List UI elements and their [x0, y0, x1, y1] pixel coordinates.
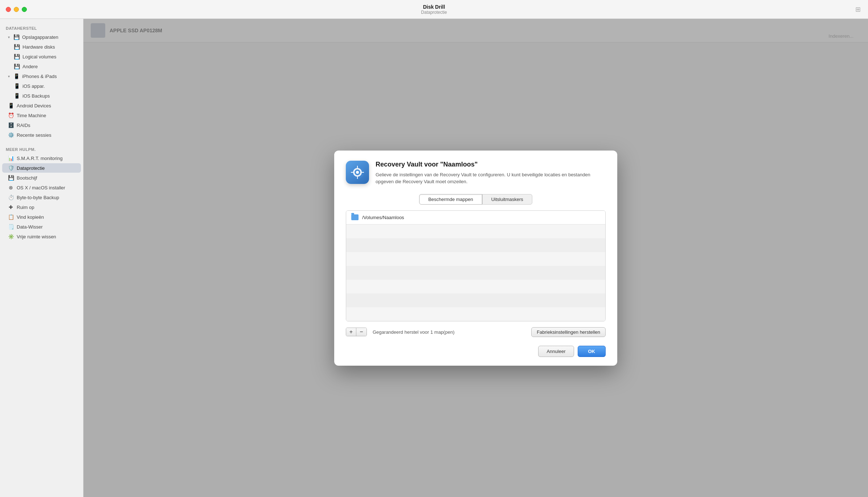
sidebar-item-bootschijf[interactable]: 💾 Bootschijf: [2, 173, 81, 182]
sidebar-item-opslagapparaten[interactable]: ▾ 💾 Opslagapparaten: [2, 32, 81, 42]
sidebar-item-vrije-ruimte[interactable]: ✳️ Vrije ruimte wissen: [2, 232, 81, 241]
content-area: APPLE SSD AP0128M Indexeren...: [83, 19, 868, 497]
sidebar-item-logical-volumes[interactable]: 💾 Logical volumes: [2, 52, 81, 61]
sidebar-item-label: Vrije ruimte wissen: [17, 234, 56, 239]
title-bar-center: Disk Drill Dataprotectie: [421, 4, 447, 15]
sidebar-item-label: iOS Backups: [22, 93, 50, 99]
sidebar-item-label: Time Machine: [17, 113, 46, 118]
raid-icon: 🗄️: [8, 122, 14, 128]
table-row[interactable]: [346, 266, 605, 280]
row-path: /Volumes/Naamloos: [362, 215, 404, 220]
chevron-icon: ▾: [8, 74, 10, 78]
tab-beschermde-mappen[interactable]: Beschermde mappen: [419, 194, 482, 205]
remove-folder-button[interactable]: −: [356, 328, 367, 336]
sidebar-item-iphones-ipads[interactable]: ▾ 📱 iPhones & iPads: [2, 71, 81, 81]
drive-icon: 💾: [13, 34, 19, 40]
chevron-icon: ▾: [8, 35, 10, 39]
ios-icon: 📱: [14, 83, 20, 89]
sidebar: Dataherstel ▾ 💾 Opslagapparaten 💾 Hardwa…: [0, 19, 83, 497]
sidebar-item-label: Andere: [22, 64, 38, 69]
logical-icon: 💾: [14, 54, 20, 59]
table-row[interactable]: [346, 307, 605, 321]
modal-table: /Volumes/Naamloos: [346, 210, 606, 321]
sidebar-item-label: Hardware disks: [22, 44, 55, 50]
sidebar-item-label: Data-Wisser: [17, 224, 43, 230]
modal-actions: Annuleer OK: [346, 344, 606, 357]
footer-status-text: Gegarandeerd herstel voor 1 map(pen): [373, 329, 454, 335]
sidebar-item-vind-kopieën[interactable]: 📋 Vind kopieën: [2, 212, 81, 222]
find-icon: 📋: [8, 214, 14, 220]
add-folder-button[interactable]: +: [346, 328, 356, 336]
sidebar-item-label: Dataprotectie: [17, 165, 45, 171]
table-row[interactable]: [346, 293, 605, 307]
clean-icon: ✚: [8, 204, 14, 210]
svg-point-3: [356, 171, 359, 174]
sidebar-item-label: OS X / macOS installer: [17, 185, 65, 190]
sidebar-item-ios-appar[interactable]: 📱 iOS appar.: [2, 81, 81, 91]
table-row[interactable]: [346, 238, 605, 252]
app-subtitle: Dataprotectie: [421, 10, 447, 15]
sidebar-item-byte-backup[interactable]: ⏱️ Byte-to-byte Backup: [2, 193, 81, 202]
modal-header: Recovery Vault voor "Naamloos" Gelieve d…: [346, 161, 606, 185]
sidebar-item-label: iPhones & iPads: [22, 74, 57, 79]
sidebar-item-label: S.M.A.R.T. monitoring: [17, 156, 62, 161]
free-space-icon: ✳️: [8, 234, 14, 239]
sidebar-item-raids[interactable]: 🗄️ RAIDs: [2, 120, 81, 130]
android-icon: 📱: [8, 103, 14, 108]
table-row[interactable]: [346, 280, 605, 293]
disk-icon: 💾: [14, 44, 20, 50]
sidebar-item-osx-installer[interactable]: ⊗ OS X / macOS installer: [2, 183, 81, 192]
modal-header-text: Recovery Vault voor "Naamloos" Gelieve d…: [376, 161, 606, 185]
sidebar-item-ruim-op[interactable]: ✚ Ruim op: [2, 202, 81, 212]
close-button[interactable]: [6, 7, 11, 12]
other-icon: 💾: [14, 63, 20, 69]
traffic-lights: [6, 7, 27, 12]
sessions-icon: ⚙️: [8, 132, 14, 138]
folder-icon: [351, 214, 359, 220]
modal-footer-controls: + − Gegarandeerd herstel voor 1 map(pen)…: [346, 327, 606, 337]
sidebar-item-hardware-disks[interactable]: 💾 Hardware disks: [2, 42, 81, 52]
sidebar-item-label: Byte-to-byte Backup: [17, 195, 59, 200]
modal-tabs: Beschermde mappen Uitsluitmaskers: [346, 194, 606, 205]
app-body: Dataherstel ▾ 💾 Opslagapparaten 💾 Hardwa…: [0, 19, 868, 497]
table-row[interactable]: [346, 252, 605, 266]
restore-defaults-button[interactable]: Fabrieksinstellingen herstellen: [531, 327, 606, 337]
sidebar-item-android[interactable]: 📱 Android Devices: [2, 101, 81, 110]
table-row[interactable]: [346, 225, 605, 238]
sidebar-item-dataprotectie[interactable]: 🛡️ Dataprotectie: [2, 163, 81, 173]
osx-icon: ⊗: [8, 185, 14, 190]
tab-uitsluitmaskers[interactable]: Uitsluitmaskers: [482, 194, 532, 205]
sidebar-item-label: Logical volumes: [22, 54, 56, 59]
sidebar-item-ios-backups[interactable]: 📱 iOS Backups: [2, 91, 81, 100]
app-title: Disk Drill: [421, 4, 447, 10]
modal-dialog: Recovery Vault voor "Naamloos" Gelieve d…: [334, 151, 617, 366]
modal-description: Gelieve de instellingen van de Recovery …: [376, 171, 606, 185]
maximize-button[interactable]: [22, 7, 27, 12]
sidebar-item-label: Ruim op: [17, 205, 34, 210]
title-bar: Disk Drill Dataprotectie ⊞: [0, 0, 868, 19]
sidebar-item-recente-sessies[interactable]: ⚙️ Recente sessies: [2, 130, 81, 140]
modal-title: Recovery Vault voor "Naamloos": [376, 161, 606, 168]
sidebar-item-label: Android Devices: [17, 103, 51, 108]
wipe-icon: 🗒️: [8, 224, 14, 230]
phone-icon: 📱: [13, 73, 19, 79]
backup2-icon: ⏱️: [8, 194, 14, 200]
sidebar-item-data-wisser[interactable]: 🗒️ Data-Wisser: [2, 222, 81, 231]
backup-icon: 📱: [14, 93, 20, 99]
sidebar-item-label: Opslagapparaten: [22, 34, 58, 40]
shield-icon: 🛡️: [8, 165, 14, 171]
sidebar-item-smart[interactable]: 📊 S.M.A.R.T. monitoring: [2, 153, 81, 163]
sidebar-item-label: Vind kopieën: [17, 214, 44, 220]
sidebar-item-andere[interactable]: 💾 Andere: [2, 62, 81, 71]
section-label-dataherstel: Dataherstel: [0, 23, 83, 32]
sidebar-item-label: iOS appar.: [22, 83, 45, 89]
minimize-button[interactable]: [14, 7, 19, 12]
table-row[interactable]: /Volumes/Naamloos: [346, 211, 605, 225]
sidebar-item-label: Recente sessies: [17, 132, 51, 138]
ok-button[interactable]: OK: [578, 346, 606, 357]
sidebar-item-time-machine[interactable]: ⏰ Time Machine: [2, 111, 81, 120]
app-icon: [346, 161, 369, 184]
boot-icon: 💾: [8, 175, 14, 181]
cancel-button[interactable]: Annuleer: [538, 346, 574, 357]
section-label-meer-hulpm: Meer hulpm.: [0, 144, 83, 153]
